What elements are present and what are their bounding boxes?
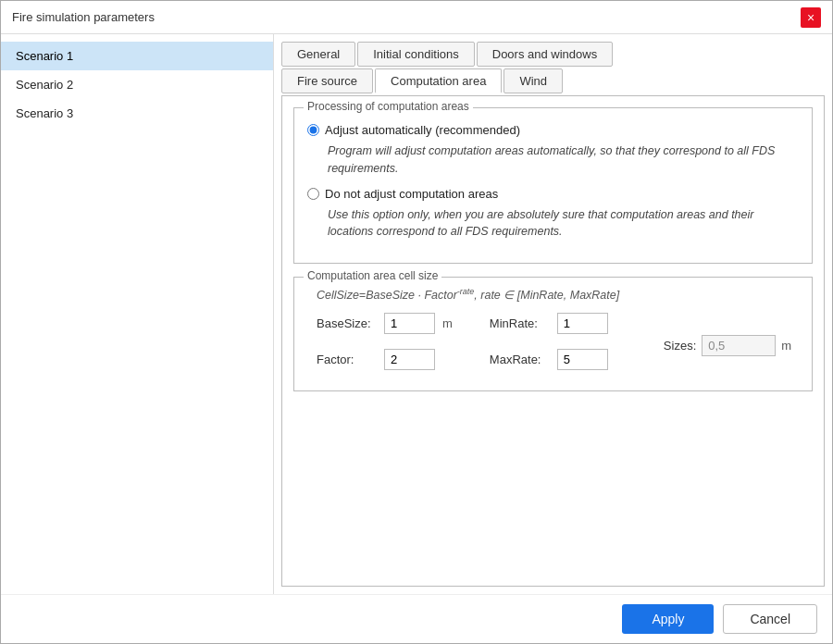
tab-wind[interactable]: Wind [504, 68, 563, 93]
content-area: General Initial conditions Doors and win… [274, 34, 832, 594]
minrate-label: MinRate: [490, 316, 550, 330]
sizes-label: Sizes: [664, 339, 696, 353]
auto-description: Program will adjust computation areas au… [328, 142, 799, 178]
formula-row: CellSize=BaseSize · Factor-rate, rate ∈ … [317, 287, 799, 302]
sidebar-item-scenario2[interactable]: Scenario 2 [1, 70, 273, 99]
processing-section-title: Processing of computation areas [304, 100, 473, 113]
radio-row-manual: Do not adjust computation areas [307, 187, 799, 201]
tab-computation-area[interactable]: Computation area [375, 68, 502, 93]
sidebar: Scenario 1 Scenario 2 Scenario 3 [1, 34, 274, 594]
minrate-input[interactable] [557, 313, 608, 334]
formula-main: CellSize=BaseSize · Factor [317, 289, 457, 302]
maxrate-input[interactable] [557, 349, 608, 370]
sizes-group: Sizes: m [645, 335, 791, 356]
factor-row: Factor: [317, 349, 453, 370]
sidebar-item-scenario1[interactable]: Scenario 1 [1, 42, 273, 70]
tab-general[interactable]: General [281, 42, 355, 67]
sizes-input[interactable] [702, 335, 776, 356]
cancel-button[interactable]: Cancel [723, 604, 817, 634]
formula-text: CellSize=BaseSize · Factor-rate, rate ∈ … [317, 287, 619, 302]
dialog: Fire simulation parameters × Scenario 1 … [0, 0, 833, 644]
processing-section: Processing of computation areas Adjust a… [293, 107, 813, 264]
title-bar: Fire simulation parameters × [1, 1, 832, 34]
basesize-row: BaseSize: m [317, 313, 453, 334]
tabs-row2: Fire source Computation area Wind [281, 68, 825, 93]
radio-auto[interactable] [307, 124, 319, 136]
sidebar-item-scenario3[interactable]: Scenario 3 [1, 99, 273, 128]
dialog-footer: Apply Cancel [1, 594, 832, 643]
tab-doors-windows[interactable]: Doors and windows [477, 42, 613, 67]
cell-size-section: Computation area cell size CellSize=Base… [293, 277, 813, 391]
basesize-input[interactable] [384, 313, 435, 334]
radio-manual[interactable] [307, 188, 319, 200]
factor-input[interactable] [384, 349, 435, 370]
formula-tail: , rate ∈ [MinRate, MaxRate] [474, 289, 619, 302]
tab-content: Processing of computation areas Adjust a… [281, 95, 825, 587]
tabs-row1: General Initial conditions Doors and win… [281, 42, 825, 67]
right-inputs: MinRate: MaxRate: [480, 313, 608, 378]
sizes-unit: m [781, 339, 791, 353]
basesize-unit: m [442, 316, 453, 330]
factor-label: Factor: [317, 353, 377, 366]
basesize-label: BaseSize: [317, 316, 377, 330]
tab-initial-conditions[interactable]: Initial conditions [357, 42, 475, 67]
radio-row-auto: Adjust automatically (recommended) [307, 123, 799, 137]
dialog-title: Fire simulation parameters [12, 10, 155, 24]
cell-size-section-title: Computation area cell size [304, 269, 441, 282]
maxrate-row: MaxRate: [490, 349, 608, 370]
dialog-body: Scenario 1 Scenario 2 Scenario 3 General… [1, 34, 832, 594]
maxrate-label: MaxRate: [490, 353, 550, 366]
left-inputs: BaseSize: m Factor: [307, 313, 453, 378]
radio-manual-label: Do not adjust computation areas [325, 187, 498, 201]
tab-fire-source[interactable]: Fire source [281, 68, 373, 93]
radio-auto-label: Adjust automatically (recommended) [325, 123, 520, 137]
minrate-row: MinRate: [490, 313, 608, 334]
manual-description: Use this option only, when you are absol… [328, 206, 799, 242]
close-button[interactable]: × [801, 7, 821, 28]
apply-button[interactable]: Apply [622, 604, 714, 634]
formula-superscript: -rate [457, 287, 475, 296]
